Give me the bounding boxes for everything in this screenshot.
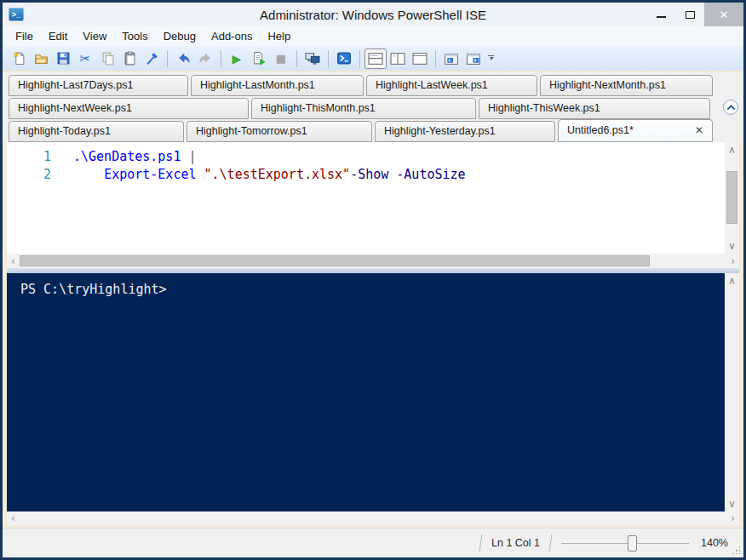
- scroll-right-icon[interactable]: ›: [726, 513, 739, 523]
- new-script-button[interactable]: [8, 49, 30, 69]
- tab-highlight-lastmonth[interactable]: Highlight-LastMonth.ps1: [191, 75, 364, 96]
- paste-button[interactable]: [118, 49, 141, 69]
- script-editor[interactable]: 1.\GenDates.ps1 | 2 Export-Excel ".\test…: [7, 142, 725, 254]
- scroll-up-icon[interactable]: ∧: [728, 273, 736, 289]
- collapse-tabs-button[interactable]: [723, 100, 738, 115]
- zoom-slider[interactable]: [561, 535, 689, 551]
- run-script-button[interactable]: ▶: [226, 49, 248, 69]
- overflow-arrow-icon: ▾: [489, 54, 492, 62]
- console-vertical-scrollbar[interactable]: ∧ ∨: [725, 273, 739, 511]
- stop-operation-button[interactable]: ■: [270, 49, 292, 69]
- toolbar-separator: [296, 50, 297, 67]
- script-pane-right-icon: [390, 52, 405, 66]
- toolbar-separator: [328, 50, 329, 67]
- tab-row-1: Highlight-Last7Days.ps1 Highlight-LastMo…: [3, 73, 743, 96]
- clear-console-pane-button[interactable]: [141, 49, 163, 69]
- tab-highlight-lastweek[interactable]: Highlight-LastWeek.ps1: [366, 75, 537, 96]
- scroll-down-icon[interactable]: ∨: [728, 496, 736, 511]
- save-script-button[interactable]: [52, 49, 74, 69]
- minimize-button[interactable]: [646, 3, 675, 26]
- toolbar-separator: [435, 50, 436, 67]
- show-script-pane-top-button[interactable]: [364, 49, 387, 69]
- show-script-pane-maximized-button[interactable]: [409, 49, 431, 69]
- menu-view[interactable]: View: [75, 28, 114, 44]
- redo-button[interactable]: [194, 49, 216, 69]
- tab-close-icon[interactable]: ✕: [695, 121, 703, 140]
- scroll-up-icon[interactable]: ∧: [728, 142, 736, 157]
- scroll-left-icon[interactable]: ‹: [7, 513, 20, 523]
- copy-button[interactable]: [96, 49, 118, 69]
- powershell-tab-icon: [444, 52, 459, 66]
- window-title: Administrator: Windows PowerShell ISE: [3, 8, 743, 22]
- script-pane-maximized-icon: [412, 52, 428, 66]
- active-tab-label: Untitled6.ps1*: [567, 121, 634, 140]
- console-pane: PS C:\tryHighlight> ∧ ∨: [7, 273, 739, 511]
- code-line-2: 2 Export-Excel ".\testExport.xlsx"-Show …: [7, 166, 725, 184]
- menu-edit[interactable]: Edit: [41, 28, 75, 44]
- menu-bar: File Edit View Tools Debug Add-ons Help: [3, 26, 743, 46]
- status-divider: [549, 534, 553, 551]
- maximize-button[interactable]: [675, 3, 704, 26]
- editor-vscroll-thumb[interactable]: [726, 171, 737, 224]
- clear-console-icon: [145, 51, 159, 66]
- console-horizontal-scrollbar[interactable]: ‹ ›: [7, 511, 739, 525]
- code-line-1: 1.\GenDates.ps1 |: [7, 148, 725, 166]
- open-folder-icon: [34, 51, 49, 66]
- remote-computers-icon: [305, 51, 320, 66]
- open-script-button[interactable]: [30, 49, 52, 69]
- menu-file[interactable]: File: [8, 28, 41, 44]
- toolbar-overflow-button[interactable]: ▾: [488, 55, 494, 62]
- menu-help[interactable]: Help: [260, 28, 298, 44]
- panes-container: 1.\GenDates.ps1 | 2 Export-Excel ".\test…: [3, 142, 743, 528]
- new-powershell-tab-button[interactable]: [440, 49, 462, 69]
- close-button[interactable]: ✕: [704, 3, 743, 26]
- tab-highlight-nextmonth[interactable]: Highlight-NextMonth.ps1: [540, 75, 713, 96]
- resize-grip[interactable]: [732, 546, 740, 554]
- run-play-icon: ▶: [232, 52, 242, 66]
- menu-tools[interactable]: Tools: [114, 28, 155, 44]
- script-tabs: Highlight-Last7Days.ps1 Highlight-LastMo…: [3, 72, 743, 142]
- console-output[interactable]: PS C:\tryHighlight>: [7, 273, 725, 511]
- run-selection-button[interactable]: [248, 49, 270, 69]
- tab-highlight-today[interactable]: Highlight-Today.ps1: [9, 121, 184, 142]
- save-floppy-icon: [56, 51, 71, 66]
- cut-scissors-icon: ✂: [80, 51, 91, 66]
- tab-highlight-thismonth[interactable]: Highlight-ThisMonth.ps1: [251, 98, 476, 119]
- tab-highlight-thisweek[interactable]: Highlight-ThisWeek.ps1: [479, 98, 710, 119]
- paste-clipboard-icon: [123, 51, 137, 66]
- tab-highlight-last7days[interactable]: Highlight-Last7Days.ps1: [9, 75, 188, 96]
- editor-hscroll-thumb[interactable]: [20, 255, 650, 266]
- tab-highlight-nextweek[interactable]: Highlight-NextWeek.ps1: [9, 98, 249, 119]
- toolbar-separator: [359, 50, 360, 67]
- new-remote-powershell-tab-button[interactable]: [301, 49, 324, 69]
- tab-highlight-tomorrow[interactable]: Highlight-Tomorrow.ps1: [186, 121, 372, 142]
- new-script-icon: [12, 51, 26, 66]
- editor-horizontal-scrollbar[interactable]: ‹ ›: [7, 254, 739, 268]
- show-command-window-button[interactable]: [462, 49, 485, 69]
- tab-row-2: Highlight-NextWeek.ps1 Highlight-ThisMon…: [3, 96, 743, 119]
- tab-untitled6-active[interactable]: Untitled6.ps1* ✕: [558, 119, 713, 142]
- menu-debug[interactable]: Debug: [156, 28, 204, 44]
- toolbar: ✂ ▶ ■: [3, 46, 743, 72]
- chevron-up-icon: [726, 104, 735, 112]
- start-powershell-button[interactable]: [333, 49, 355, 69]
- show-script-pane-right-button[interactable]: [387, 49, 409, 69]
- title-bar: >_ Administrator: Windows PowerShell ISE…: [3, 3, 743, 26]
- scroll-right-icon[interactable]: ›: [726, 256, 739, 266]
- undo-button[interactable]: [172, 49, 194, 69]
- menu-addons[interactable]: Add-ons: [204, 28, 260, 44]
- editor-vertical-scrollbar[interactable]: ∧ ∨: [725, 142, 739, 254]
- zoom-slider-track: [561, 543, 689, 544]
- powershell-logo-icon: [336, 51, 352, 66]
- zoom-slider-thumb[interactable]: [628, 535, 637, 551]
- maximize-icon: [686, 11, 695, 19]
- tab-highlight-yesterday[interactable]: Highlight-Yesterday.ps1: [375, 121, 555, 142]
- toolbar-separator: [167, 50, 168, 67]
- line-number: 1: [7, 148, 51, 166]
- scroll-down-icon[interactable]: ∨: [728, 238, 736, 254]
- line-number: 2: [7, 166, 51, 184]
- code-content: .\GenDates.ps1 |: [51, 149, 197, 164]
- cut-button[interactable]: ✂: [74, 49, 96, 69]
- scroll-left-icon[interactable]: ‹: [7, 256, 20, 266]
- toolbar-separator: [221, 50, 221, 67]
